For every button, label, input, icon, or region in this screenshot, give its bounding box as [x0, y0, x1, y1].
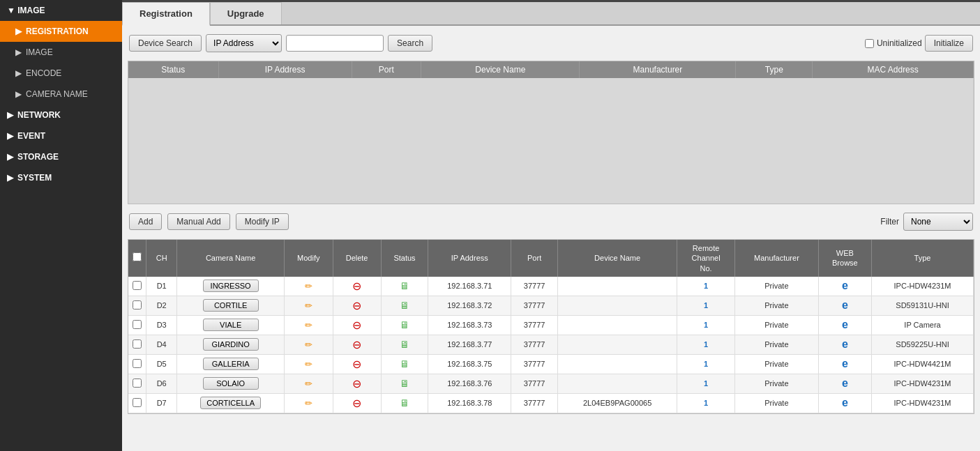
- col-device-name: Device Name: [558, 240, 677, 277]
- initialize-button[interactable]: Initialize: [925, 35, 973, 52]
- edit-icon[interactable]: ✏: [305, 379, 312, 389]
- row-checkbox-cell[interactable]: [128, 374, 146, 393]
- edit-icon[interactable]: ✏: [305, 320, 312, 330]
- row-camera-name[interactable]: VIALE: [177, 315, 285, 335]
- edit-icon[interactable]: ✏: [305, 300, 312, 311]
- row-checkbox-cell[interactable]: [128, 296, 146, 315]
- delete-icon[interactable]: ⊖: [352, 339, 361, 351]
- row-checkbox[interactable]: [133, 320, 142, 329]
- col-remote-ch: RemoteChannelNo.: [677, 240, 735, 277]
- camera-name-button[interactable]: SOLAIO: [203, 377, 259, 390]
- ie-icon[interactable]: e: [842, 338, 848, 350]
- row-checkbox[interactable]: [133, 300, 142, 309]
- delete-icon[interactable]: ⊖: [352, 300, 361, 312]
- delete-icon[interactable]: ⊖: [352, 319, 361, 331]
- sidebar-item-event[interactable]: ▶ EVENT: [0, 125, 122, 146]
- ie-icon[interactable]: e: [842, 397, 848, 408]
- row-delete[interactable]: ⊖: [333, 335, 381, 354]
- row-modify[interactable]: ✏: [284, 393, 333, 413]
- row-web-browse[interactable]: e: [818, 374, 871, 393]
- row-status: 🖥: [381, 393, 428, 413]
- row-camera-name[interactable]: SOLAIO: [177, 374, 285, 393]
- row-modify[interactable]: ✏: [284, 354, 333, 374]
- col-camera-name: Camera Name: [177, 240, 285, 277]
- search-button[interactable]: Search: [388, 35, 432, 52]
- ie-icon[interactable]: e: [842, 299, 848, 311]
- row-checkbox[interactable]: [133, 359, 142, 368]
- tab-upgrade[interactable]: Upgrade: [210, 2, 282, 24]
- ie-icon[interactable]: e: [842, 377, 848, 389]
- camera-name-button[interactable]: CORTILE: [203, 299, 259, 312]
- row-delete[interactable]: ⊖: [333, 296, 381, 315]
- row-camera-name[interactable]: GIARDINO: [177, 335, 285, 354]
- row-web-browse[interactable]: e: [818, 296, 871, 315]
- edit-icon[interactable]: ✏: [305, 359, 312, 369]
- row-checkbox[interactable]: [133, 379, 142, 388]
- row-web-browse[interactable]: e: [818, 277, 871, 296]
- row-checkbox-cell[interactable]: [128, 277, 146, 296]
- row-modify[interactable]: ✏: [284, 296, 333, 315]
- col-modify: Modify: [284, 240, 333, 277]
- row-checkbox[interactable]: [133, 339, 142, 349]
- row-camera-name[interactable]: CORTILE: [177, 296, 285, 315]
- manual-add-button[interactable]: Manual Add: [167, 213, 229, 230]
- add-button[interactable]: Add: [129, 213, 162, 230]
- sidebar-item-system[interactable]: ▶ SYSTEM: [0, 167, 122, 188]
- row-camera-name[interactable]: GALLERIA: [177, 354, 285, 374]
- row-modify[interactable]: ✏: [284, 374, 333, 393]
- sidebar-item-registration[interactable]: ▶ REGISTRATION: [0, 21, 122, 42]
- row-camera-name[interactable]: INGRESSO: [177, 277, 285, 296]
- row-delete[interactable]: ⊖: [333, 393, 381, 413]
- row-checkbox-cell[interactable]: [128, 354, 146, 374]
- sidebar-item-camera-name[interactable]: ▶ CAMERA NAME: [0, 84, 122, 105]
- search-input[interactable]: [286, 35, 384, 52]
- row-web-browse[interactable]: e: [818, 335, 871, 354]
- sidebar-item-network[interactable]: ▶ NETWORK: [0, 105, 122, 125]
- row-checkbox-cell[interactable]: [128, 335, 146, 354]
- edit-icon[interactable]: ✏: [305, 398, 312, 408]
- row-checkbox[interactable]: [133, 281, 142, 290]
- sidebar-item-image2[interactable]: ▶ IMAGE: [0, 42, 122, 63]
- edit-icon[interactable]: ✏: [305, 339, 312, 350]
- delete-icon[interactable]: ⊖: [352, 397, 361, 409]
- row-ch: D7: [146, 393, 177, 413]
- row-checkbox-cell[interactable]: [128, 315, 146, 335]
- delete-icon[interactable]: ⊖: [352, 378, 361, 390]
- search-type-select[interactable]: IP Address Device Name MAC Address: [206, 34, 282, 52]
- modify-ip-button[interactable]: Modify IP: [236, 213, 289, 230]
- row-web-browse[interactable]: e: [818, 393, 871, 413]
- tab-registration[interactable]: Registration: [122, 2, 210, 26]
- row-web-browse[interactable]: e: [818, 354, 871, 374]
- camera-name-button[interactable]: VIALE: [203, 319, 259, 331]
- edit-icon[interactable]: ✏: [305, 281, 312, 291]
- row-checkbox-cell[interactable]: [128, 393, 146, 413]
- row-delete[interactable]: ⊖: [333, 277, 381, 296]
- ie-icon[interactable]: e: [842, 358, 848, 369]
- row-modify[interactable]: ✏: [284, 315, 333, 335]
- camera-name-button[interactable]: GALLERIA: [203, 358, 259, 370]
- select-all-checkbox[interactable]: [133, 252, 142, 261]
- uninit-checkbox[interactable]: [865, 39, 874, 48]
- sidebar-item-encode[interactable]: ▶ ENCODE: [0, 63, 122, 84]
- row-ip: 192.168.3.76: [428, 374, 511, 393]
- row-checkbox[interactable]: [133, 398, 142, 407]
- row-camera-name[interactable]: CORTICELLA: [177, 393, 285, 413]
- filter-select[interactable]: None IPC NVR DVR: [903, 213, 973, 231]
- row-delete[interactable]: ⊖: [333, 315, 381, 335]
- row-web-browse[interactable]: e: [818, 315, 871, 335]
- row-modify[interactable]: ✏: [284, 277, 333, 296]
- ie-icon[interactable]: e: [842, 319, 848, 330]
- camera-name-button[interactable]: CORTICELLA: [200, 397, 261, 409]
- sidebar-item-storage[interactable]: ▶ STORAGE: [0, 146, 122, 167]
- camera-name-button[interactable]: INGRESSO: [203, 280, 259, 292]
- col-select-all[interactable]: [128, 240, 146, 277]
- row-delete[interactable]: ⊖: [333, 374, 381, 393]
- row-modify[interactable]: ✏: [284, 335, 333, 354]
- sidebar-item-image[interactable]: ▼ IMAGE: [0, 0, 122, 21]
- device-search-button[interactable]: Device Search: [129, 35, 202, 52]
- delete-icon[interactable]: ⊖: [352, 280, 361, 292]
- camera-name-button[interactable]: GIARDINO: [203, 338, 259, 351]
- delete-icon[interactable]: ⊖: [352, 358, 361, 370]
- ie-icon[interactable]: e: [842, 280, 848, 291]
- row-delete[interactable]: ⊖: [333, 354, 381, 374]
